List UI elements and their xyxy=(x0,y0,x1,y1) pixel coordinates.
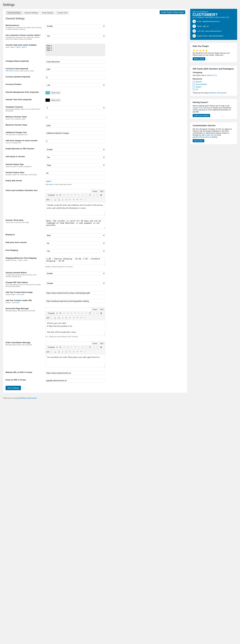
number-list-icon[interactable]: ≡ xyxy=(70,312,73,315)
text-color-icon[interactable]: A xyxy=(53,350,57,354)
choose-styles-select[interactable]: Yes xyxy=(45,34,105,38)
italic-icon[interactable]: I xyxy=(62,193,66,197)
cancel-content[interactable]: You cancelled your order. Please place y… xyxy=(45,354,105,367)
company-input[interactable] xyxy=(45,60,105,64)
undo-icon[interactable]: ↶ xyxy=(76,316,79,320)
more-icon[interactable]: ≡ xyxy=(92,312,95,315)
bullet-list-icon[interactable]: ⋮≡ xyxy=(66,312,69,315)
bold-icon[interactable]: B xyxy=(59,346,62,349)
style3-link[interactable]: Style 3 xyxy=(22,46,27,48)
fullscreen-icon[interactable]: ⛶ xyxy=(96,346,99,349)
link-icon[interactable]: 🔗 xyxy=(88,346,92,349)
toolbar-toggle-icon[interactable]: ▦ xyxy=(99,346,103,349)
char-icon[interactable]: Ω xyxy=(65,350,68,354)
currency-symbol-input[interactable] xyxy=(45,76,105,79)
indent-icon[interactable]: ⇥ xyxy=(72,316,75,320)
cancel-here-link[interactable]: here xyxy=(96,356,100,358)
tab-email[interactable]: Email Settings xyxy=(40,11,55,15)
char-icon[interactable]: Ω xyxy=(65,198,68,202)
add-expiry-select[interactable]: Yes xyxy=(45,156,105,159)
align-left-icon[interactable]: ≡ xyxy=(77,193,80,197)
style2-link[interactable]: Style 2 xyxy=(16,46,21,48)
paste-text-icon[interactable]: 📋 xyxy=(57,316,61,320)
expiry-type-select[interactable]: Days xyxy=(45,163,105,167)
contact-skype[interactable]: SSkype : gdpr_22 xyxy=(193,24,235,28)
bg-color-button[interactable]: Select Color xyxy=(50,91,61,94)
quote-icon[interactable]: ❝ xyxy=(73,312,77,315)
version-link[interactable]: version 3.3.4 xyxy=(207,74,217,76)
res-docs-link[interactable]: Documentation xyxy=(193,83,235,85)
terms-note-input[interactable]: Note: The voucher is valid for 60 days a… xyxy=(45,219,105,229)
hide-price-select[interactable]: No xyxy=(45,241,105,245)
date-format-input[interactable] xyxy=(45,180,105,183)
redo-icon[interactable]: ↷ xyxy=(79,316,83,320)
contact-email-link[interactable]: gdpr@codemenschen.at xyxy=(193,136,211,138)
paste-text-icon[interactable]: 📋 xyxy=(57,350,61,354)
outdent-icon[interactable]: ⇤ xyxy=(68,316,72,320)
tab-general[interactable]: General Settings xyxy=(5,11,22,15)
undo-icon[interactable]: ↶ xyxy=(76,350,79,354)
res-pro-link[interactable]: Pro xyxy=(193,88,235,90)
tab-css[interactable]: Custom CSS xyxy=(55,11,69,15)
clear-icon[interactable]: ◇ xyxy=(61,350,64,354)
loader-url-input[interactable] xyxy=(45,299,105,303)
align-center-icon[interactable]: ≡ xyxy=(81,193,84,197)
currency-position-select[interactable]: Left xyxy=(45,83,105,87)
fullscreen-icon[interactable]: ⛶ xyxy=(96,312,99,315)
more-icon[interactable]: ≡ xyxy=(92,346,95,349)
italic-icon[interactable]: I xyxy=(62,312,66,315)
visual-tab[interactable]: Visual xyxy=(91,190,98,193)
quote-icon[interactable]: ❝ xyxy=(73,346,77,349)
quote-icon[interactable]: ❝ xyxy=(73,193,77,197)
create-default-pages-button[interactable]: Create Plugin's Default Pages xyxy=(160,10,185,14)
strike-icon[interactable]: ABC xyxy=(46,198,49,202)
fullscreen-icon[interactable]: ⛶ xyxy=(96,193,99,197)
paragraph-select[interactable]: Paragraph xyxy=(46,194,58,196)
tab-payment[interactable]: Payment Settings xyxy=(22,11,40,15)
hr-icon[interactable]: — xyxy=(50,316,53,320)
undo-icon[interactable]: ↶ xyxy=(76,198,79,202)
align-center-icon[interactable]: ≡ xyxy=(81,312,84,315)
gift-thanks-link[interactable]: WordPress Gift Voucher xyxy=(208,92,226,94)
text-tab-3[interactable]: Text xyxy=(99,342,105,345)
currency-code-input[interactable] xyxy=(45,68,105,71)
italic-icon[interactable]: I xyxy=(62,346,66,349)
submit-question-button[interactable]: Submit your question xyxy=(193,114,210,117)
max-value-input[interactable] xyxy=(45,124,105,127)
columns-select[interactable]: 4 xyxy=(45,106,105,110)
date-format-link[interactable]: Click Here xyxy=(45,184,53,185)
paste-text-icon[interactable]: 📋 xyxy=(57,198,61,202)
currency-code-link[interactable]: Click Here xyxy=(5,70,13,72)
toolbar-toggle-icon[interactable]: ▦ xyxy=(99,312,103,315)
outdent-icon[interactable]: ⇤ xyxy=(68,350,72,354)
help-icon[interactable]: ? xyxy=(83,316,86,320)
hire-us-button[interactable]: Hire Us Now xyxy=(193,139,204,142)
align-left-icon[interactable]: ≡ xyxy=(77,346,80,349)
text-tab[interactable]: Text xyxy=(99,190,105,193)
footer-link[interactable]: WordPress Gift Voucher xyxy=(18,397,36,399)
contact-form-link[interactable]: contact form xyxy=(205,134,214,136)
indent-icon[interactable]: ⇥ xyxy=(72,198,75,202)
contact-chat[interactable]: 💬Live Chat : www.codemenschen.at xyxy=(193,29,235,33)
demo-image-input[interactable] xyxy=(45,291,105,295)
contact-email[interactable]: ✉Email : gdpr@codemenschen.at xyxy=(193,20,235,23)
hr-icon[interactable]: — xyxy=(50,350,53,354)
align-right-icon[interactable]: ≡ xyxy=(84,346,88,349)
charges-text-input[interactable] xyxy=(45,131,105,135)
text-tab-2[interactable]: Text xyxy=(99,308,105,311)
loader-url-link[interactable]: here xyxy=(16,302,19,304)
text-color-button[interactable]: Select Color xyxy=(50,98,61,102)
number-list-icon[interactable]: ≡ xyxy=(70,193,73,197)
expiry-value-input[interactable] xyxy=(45,171,105,175)
res-website-link[interactable]: Website xyxy=(193,81,235,83)
visual-tab-3[interactable]: Visual xyxy=(91,342,98,345)
align-center-icon[interactable]: ≡ xyxy=(81,346,84,349)
contact-ticket[interactable]: 🎫Support Ticket : https://bit.ly/2CfaKoK xyxy=(193,34,235,38)
help-icon[interactable]: ? xyxy=(83,198,86,202)
save-button[interactable]: Save Settings xyxy=(5,386,21,390)
post-shipping-select[interactable]: Yes xyxy=(45,249,105,253)
bold-icon[interactable]: B xyxy=(59,312,62,315)
terms-content[interactable]: I hereby accept the terms and conditions… xyxy=(45,202,105,215)
buying-for-select[interactable]: Both xyxy=(45,234,105,237)
clear-icon[interactable]: ◇ xyxy=(61,316,64,320)
